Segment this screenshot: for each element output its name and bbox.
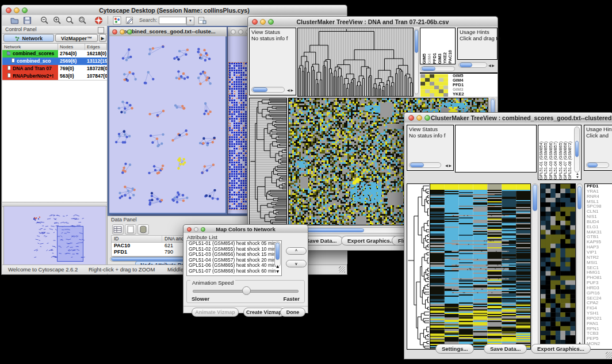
table-row[interactable]: DNA and Tran 07769(0)183728(0) — [2, 65, 107, 72]
scrollbar-thumb[interactable] — [410, 163, 424, 167]
tv1-column-labels-panel[interactable]: GIM5GIM4PFD1GIM3YKE2PAC10 — [420, 28, 456, 64]
zoom-window-icon[interactable] — [201, 227, 205, 232]
tv2-button-save-data---[interactable]: Save Data... — [484, 344, 527, 354]
attribute-table-icon[interactable] — [112, 224, 124, 235]
close-icon[interactable] — [231, 29, 236, 35]
tv2-zoom-vscrollbar[interactable]: ▲▼ — [576, 183, 583, 350]
col-nodes[interactable]: Nodes — [58, 44, 85, 50]
network-name-cell[interactable]: combined_sco — [2, 58, 58, 65]
zoom-selected-icon[interactable] — [78, 16, 87, 25]
tv1-row-dendrogram[interactable] — [249, 98, 287, 225]
tv2-labels-vscrollbar[interactable] — [574, 127, 580, 173]
tv1-mid-vscrollbar[interactable] — [414, 29, 419, 94]
tv1-col-label[interactable]: GIM3 — [437, 53, 442, 64]
scrollbar-thumb[interactable] — [577, 186, 582, 209]
col-id[interactable]: ID — [112, 236, 162, 242]
scrollbar-arrows[interactable]: ◀ ▶ — [445, 164, 452, 167]
move-down-button[interactable]: v — [286, 260, 307, 267]
network-name-cell[interactable]: DNA and Tran 07 — [2, 65, 58, 72]
zoom-window-icon[interactable] — [22, 7, 28, 13]
birdseye-view[interactable] — [3, 206, 106, 266]
tv2-col-label[interactable]: GPL51-04 (GSM857) — [553, 141, 558, 179]
close-icon[interactable] — [252, 19, 258, 25]
scrollbar-arrows[interactable]: ▲▼ — [274, 264, 280, 275]
tv2-col-label[interactable]: GPL51-03 (GSM856) — [549, 141, 553, 179]
zoom-window-icon[interactable] — [268, 19, 274, 25]
scrollbar-thumb[interactable] — [253, 87, 267, 92]
tv1-col-label[interactable]: PFD1 — [432, 53, 437, 64]
minimize-icon[interactable] — [260, 19, 266, 25]
resize-grip[interactable] — [339, 266, 345, 273]
network-view-titlebar[interactable]: combined_scores_good.txt--cluste... — [109, 27, 227, 37]
tv1-yellow-matrix[interactable] — [420, 74, 449, 97]
attribute-item[interactable]: GPL51-07 (GSM868) heat shock 60 min — [187, 269, 274, 274]
minimize-icon[interactable] — [416, 115, 422, 121]
tv2-gene-list[interactable]: PFD1YRA1RNR4MSL1SPC98CLN1NIS1BUD4ELG1MAK… — [584, 183, 612, 350]
delete-attribute-icon[interactable] — [137, 224, 149, 235]
save-icon[interactable] — [23, 16, 32, 25]
tv2-usage-hscrollbar[interactable] — [586, 162, 609, 168]
close-icon[interactable] — [112, 29, 117, 35]
treeview2-titlebar[interactable]: ClusterMaker TreeView : combined_scores_… — [404, 112, 612, 124]
close-icon[interactable] — [408, 115, 414, 121]
close-icon[interactable] — [187, 227, 192, 232]
tv2-column-dendrogram[interactable] — [455, 125, 537, 173]
tab-vizmapper[interactable]: VizMapper™ — [55, 34, 98, 42]
scrollbar-arrows[interactable]: ▲▼ — [576, 172, 579, 179]
tv2-col-label[interactable]: GPL51-02 (GSM855) — [544, 141, 548, 179]
tv1-col-label[interactable]: YKE2 — [442, 52, 447, 64]
network-name-cell[interactable]: combined_scores — [2, 50, 58, 58]
scrollbar-arrows[interactable]: ◀ ▶ — [287, 89, 293, 92]
tv1-col-label[interactable]: GIM5 — [422, 53, 427, 64]
main-titlebar[interactable]: Cytoscape Desktop (Session Name: collins… — [1, 5, 347, 16]
dialog-button-done[interactable]: Done — [280, 308, 305, 317]
scrollbar-thumb[interactable] — [533, 185, 537, 211]
minimize-icon[interactable] — [14, 7, 20, 13]
close-icon[interactable] — [6, 7, 12, 13]
treeview1-titlebar[interactable]: ClusterMaker TreeView : DNA and Tran 07-… — [247, 16, 498, 28]
tv1-status-hscrollbar[interactable] — [251, 87, 285, 93]
tv2-col-label[interactable]: GPL51-08 (GSM872) — [568, 141, 572, 179]
zoom-window-icon[interactable] — [127, 29, 132, 35]
speed-slider-thumb[interactable] — [242, 286, 251, 295]
vizmapper-icon[interactable] — [113, 16, 121, 25]
zoom-fit-icon[interactable] — [66, 16, 74, 25]
tv1-column-dendrogram[interactable] — [297, 28, 414, 97]
col-network[interactable]: Network — [2, 44, 58, 50]
scrollbar-thumb[interactable] — [575, 141, 579, 157]
tv2-status-hscrollbar[interactable] — [409, 162, 441, 168]
network-name-cell[interactable]: RNAPuberNov2+! — [2, 72, 58, 80]
scrollbar-thumb[interactable] — [587, 163, 598, 167]
tab-overflow-arrow[interactable]: ▶ — [99, 34, 106, 42]
tv1-usage-hscrollbar[interactable] — [458, 62, 487, 68]
table-row[interactable]: RNAPuberNov2+!563(0)107847(0) — [2, 72, 107, 80]
network-view-window[interactable]: combined_scores_good.txt--cluste... — [109, 26, 227, 214]
col-edges[interactable]: Edges — [85, 44, 107, 50]
scrollbar-arrows[interactable]: ◀ ▶ — [488, 64, 495, 67]
search-input[interactable] — [159, 17, 186, 24]
tv2-heatmap[interactable] — [430, 183, 531, 350]
search-dropdown-arrow[interactable]: ▼ — [186, 17, 194, 25]
table-row[interactable]: combined_scores2764(0)16218(0) — [2, 50, 107, 58]
tv2-button-export-graphics---[interactable]: Export Graphics... — [531, 344, 591, 354]
search-config-icon[interactable] — [198, 16, 206, 25]
zoom-in-icon[interactable] — [53, 16, 62, 25]
tv1-labels-hscrollbar[interactable] — [420, 66, 455, 71]
float-panel-icon[interactable] — [98, 27, 104, 33]
new-attribute-icon[interactable] — [125, 224, 136, 235]
zoom-window-icon[interactable] — [424, 115, 430, 121]
tv1-col-label[interactable]: PAC10 — [447, 50, 453, 64]
tv2-button-settings---[interactable]: Settings... — [435, 344, 474, 354]
move-up-button[interactable]: ^ — [286, 247, 307, 255]
scrollbar-thumb[interactable] — [415, 30, 418, 53]
tv2-column-labels-panel[interactable]: GPL51-01 (GSM854)GPL51-02 (GSM855)GPL51-… — [538, 125, 582, 180]
help-lifesaver-icon[interactable] — [94, 16, 103, 25]
minimize-icon[interactable] — [238, 29, 243, 35]
annotation-icon[interactable] — [125, 16, 134, 25]
open-file-icon[interactable] — [10, 16, 19, 25]
tv2-heat-vscrollbar[interactable] — [531, 183, 538, 350]
resize-grip[interactable] — [606, 352, 612, 358]
zoom-out-icon[interactable] — [40, 16, 49, 25]
scrollbar-thumb[interactable] — [460, 63, 472, 67]
scrollbar-thumb[interactable] — [276, 243, 280, 260]
